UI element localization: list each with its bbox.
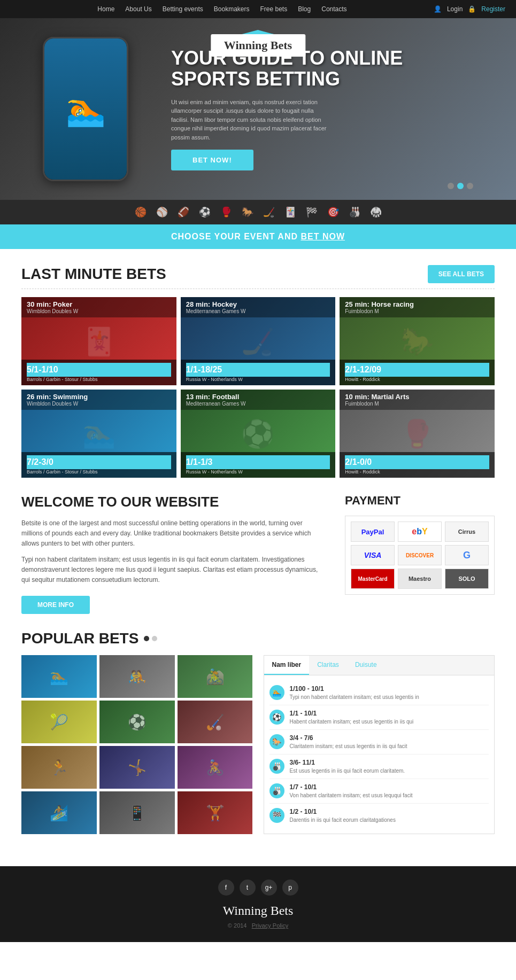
auth-links: 👤 Login 🔒 Register	[434, 5, 505, 13]
pop-img-field[interactable]: 🏑	[178, 701, 253, 743]
footer-logo: Winning Bets	[0, 904, 516, 918]
last-minute-header: LAST MINUTE BETS SEE ALL BETS	[21, 265, 495, 289]
bet-card-poker[interactable]: 🃏 30 min: Poker Wimbldon Doubles W 5/1-1…	[21, 297, 176, 385]
nav-contacts[interactable]: Contacts	[321, 5, 346, 13]
tab-item-4: 🎳 3/6- 11/1 Est usus legentis in iis qui…	[269, 755, 489, 779]
logo-area: Winning Bets	[211, 34, 305, 57]
bet-bottom-info: 1/1-1/3 Russia W - Notherlands W	[181, 452, 336, 478]
bet-card-hockey[interactable]: 🏒 28 min: Hockey Mediterranean Games W 1…	[181, 297, 336, 385]
phone-sport-icon: 📱	[99, 791, 175, 834]
see-all-bets-button[interactable]: SEE ALL BETS	[428, 265, 495, 283]
nav-blog[interactable]: Blog	[298, 5, 311, 13]
welcome-payment-section: WELCOME TO OUR WEBSITE Betsite is one of…	[21, 494, 495, 614]
pinterest-link[interactable]: p	[282, 880, 298, 896]
horse-icon[interactable]: 🐎	[242, 206, 253, 218]
tab-odds-4: 3/6- 11/1	[290, 759, 405, 766]
mastercard-payment: MasterCard	[351, 569, 395, 589]
tab-item-5: 🎳 1/7 - 10/1 Von habent claritatem insit…	[269, 779, 489, 804]
privacy-policy-link[interactable]: Privacy Policy	[252, 922, 288, 929]
football-icon[interactable]: 🏈	[178, 206, 189, 218]
lock-icon: 🔒	[468, 5, 476, 13]
tab-desc-4: Est usus legentis in iis qui facit eorum…	[290, 767, 405, 774]
poker-icon: 🃏	[82, 326, 115, 357]
field-icon: 🏑	[178, 701, 253, 743]
horse-sport-icon: 🐎	[401, 326, 434, 357]
welcome-p2: Typi non habent claritatem insitam; est …	[21, 555, 324, 586]
popular-dot-2[interactable]	[152, 636, 157, 641]
pop-img-bike[interactable]: 🚵	[178, 655, 253, 698]
twitter-link[interactable]: t	[240, 880, 256, 896]
basketball-icon[interactable]: 🏀	[135, 206, 147, 218]
martial-sport-icon: 🥊	[401, 418, 434, 449]
pop-img-run[interactable]: 🏃	[21, 746, 97, 789]
pop-img-soccer[interactable]: ⚽	[99, 701, 175, 743]
hero-dot-1[interactable]	[448, 183, 454, 189]
hero-content: 🏊 YOUR GUIDE TO ONLINE SPORTS BETTING Ut…	[0, 37, 516, 181]
tab-nam-liber[interactable]: Nam liber	[264, 656, 310, 675]
bet-bottom-info: 2/1-0/0 Howitt - Roddick	[340, 452, 495, 478]
swim-icon: 🏊	[21, 655, 97, 698]
register-link[interactable]: Register	[481, 5, 505, 13]
karate-icon[interactable]: 🥋	[370, 206, 382, 218]
nav-about[interactable]: About Us	[125, 5, 151, 13]
pop-img-tennis[interactable]: 🎾	[21, 701, 97, 743]
bet-time: 13 min: Football	[186, 393, 330, 401]
bet-top-info: 28 min: Hockey Mediterranean Games W	[181, 297, 336, 317]
bet-top-info: 25 min: Horse racing Fuimblodon M	[340, 297, 495, 317]
soccer-icon[interactable]: ⚽	[199, 206, 211, 218]
bet-card-swimming[interactable]: 🏊 26 min: Swimming Wimbldon Doubles W 7/…	[21, 390, 176, 478]
top-navigation: Home About Us Betting events Bookmakers …	[0, 0, 516, 18]
tab-odds-1: 1/100 - 10/1	[290, 685, 419, 693]
bet-card-martial[interactable]: 🥊 10 min: Martial Arts Fuimblodon M 2/1-…	[340, 390, 495, 478]
welcome-section: WELCOME TO OUR WEBSITE Betsite is one of…	[21, 494, 324, 614]
bet-card-horse[interactable]: 🐎 25 min: Horse racing Fuimblodon M 2/1-…	[340, 297, 495, 385]
nav-betting[interactable]: Betting events	[163, 5, 203, 13]
pop-img-phone[interactable]: 📱	[99, 791, 175, 834]
bet-time: 25 min: Horse racing	[345, 300, 489, 308]
tab-duisute[interactable]: Duisute	[347, 656, 385, 675]
popular-header: POPULAR BETS	[21, 630, 495, 647]
pop-img-athlete[interactable]: 🤸	[99, 746, 175, 789]
bet-time: 26 min: Swimming	[27, 393, 171, 401]
bike-icon: 🚵	[178, 655, 253, 698]
pop-img-swim[interactable]: 🏊	[21, 655, 97, 698]
flag-icon[interactable]: 🏁	[306, 206, 318, 218]
bowling-icon[interactable]: 🎳	[349, 206, 360, 218]
dart-icon[interactable]: 🎯	[327, 206, 339, 218]
nav-bookmakers[interactable]: Bookmakers	[214, 5, 250, 13]
bet-subtitle: Fuimblodon M	[345, 401, 489, 407]
more-info-button[interactable]: MORE INFO	[21, 596, 90, 614]
pop-img-cycling[interactable]: 🚴	[178, 746, 253, 789]
bet-players: Russia W - Notherlands W	[186, 377, 330, 382]
bet-now-button[interactable]: BET NOW!	[171, 150, 253, 170]
maestro-payment: Maestro	[398, 569, 442, 589]
googleplus-link[interactable]: g+	[261, 880, 277, 896]
pop-img-red[interactable]: 🏋️	[178, 791, 253, 834]
hero-dot-2[interactable]	[457, 183, 464, 189]
tennis-icon: 🎾	[21, 701, 97, 743]
nav-home[interactable]: Home	[97, 5, 114, 13]
cards-icon[interactable]: 🃏	[284, 206, 296, 218]
bet-players: Howitt - Roddick	[345, 377, 489, 382]
payment-title: PAYMENT	[345, 494, 495, 508]
tab-desc-2: Habent claritatem insitam; est usus lege…	[290, 718, 414, 725]
footer-copyright: © 2014 Privacy Policy	[0, 922, 516, 929]
hero-dot-3[interactable]	[467, 183, 473, 189]
login-link[interactable]: Login	[447, 5, 463, 13]
pop-img-water[interactable]: 🏄	[21, 791, 97, 834]
solo-payment: SOLO	[445, 569, 489, 589]
popular-dot-1[interactable]	[144, 636, 149, 641]
sports-bar: 🏀 ⚾ 🏈 ⚽ 🥊 🐎 🏒 🃏 🏁 🎯 🎳 🥋	[0, 200, 516, 224]
payment-section: PAYMENT PayPal ebY Cirrus VISA DISCOVER …	[345, 494, 495, 614]
tab-claritas[interactable]: Claritas	[309, 656, 347, 675]
choose-event-bar[interactable]: CHOOSE YOUR EVENT AND BET NOW	[0, 224, 516, 249]
baseball-icon[interactable]: ⚾	[156, 206, 168, 218]
hockey-icon[interactable]: 🏒	[263, 206, 275, 218]
nav-free-bets[interactable]: Free bets	[260, 5, 287, 13]
facebook-link[interactable]: f	[218, 880, 234, 896]
boxing-icon[interactable]: 🥊	[220, 206, 232, 218]
pop-img-fight[interactable]: 🤼	[99, 655, 175, 698]
water-icon: 🏄	[21, 791, 97, 834]
user-icon: 👤	[434, 5, 442, 13]
bet-card-football[interactable]: ⚽ 13 min: Football Mediterranean Games W…	[181, 390, 336, 478]
